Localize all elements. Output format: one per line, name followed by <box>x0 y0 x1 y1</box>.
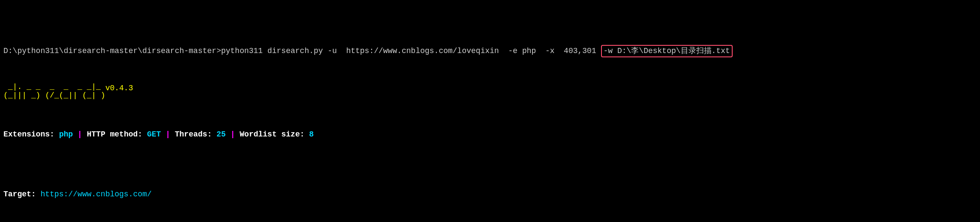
flag-u: -u <box>328 47 337 55</box>
cmd-ext: php <box>522 47 536 55</box>
target-url: https://www.cnblogs.com/ <box>40 190 151 198</box>
target-label: Target: <box>3 190 36 198</box>
cmd-script: dirsearch.py <box>268 47 323 55</box>
target-line: Target: https://www.cnblogs.com/ <box>3 189 977 200</box>
cmd-executable: python311 <box>221 47 263 55</box>
prompt-path: D:\python311\dirsearch-master\dirsearch-… <box>3 47 221 55</box>
http-method-label: HTTP method: <box>87 130 142 139</box>
ascii-art: _|. _ _ _ _ _ _|_ (_||| _) (/_(_|| (_| ) <box>3 83 105 100</box>
cmd-codes: 403,301 <box>564 47 596 55</box>
wordlist-label: Wordlist size: <box>240 130 304 139</box>
http-method-value: GET <box>147 130 161 139</box>
wordlist-value: 8 <box>309 130 314 139</box>
flag-x: -x <box>545 47 555 55</box>
separator-icon: | <box>230 130 235 139</box>
threads-label: Threads: <box>175 130 212 139</box>
extensions-value: php <box>59 130 73 139</box>
command-line: D:\python311\dirsearch-master\dirsearch-… <box>3 45 977 57</box>
wordlist-arg: -w D:\李\Desktop\目录扫描.txt <box>604 47 730 55</box>
wordlist-highlight: -w D:\李\Desktop\目录扫描.txt <box>601 45 733 57</box>
separator-icon: | <box>165 130 170 139</box>
banner: _|. _ _ _ _ _ _|_ (_||| _) (/_(_|| (_| )… <box>3 83 977 100</box>
extensions-label: Extensions: <box>3 130 54 139</box>
flag-e: -e <box>508 47 517 55</box>
config-line: Extensions: php | HTTP method: GET | Thr… <box>3 129 977 140</box>
threads-value: 25 <box>216 130 226 139</box>
separator-icon: | <box>78 130 82 139</box>
version: v0.4.3 <box>105 83 133 94</box>
cmd-url: https://www.cnblogs.com/loveqixin <box>346 47 499 55</box>
